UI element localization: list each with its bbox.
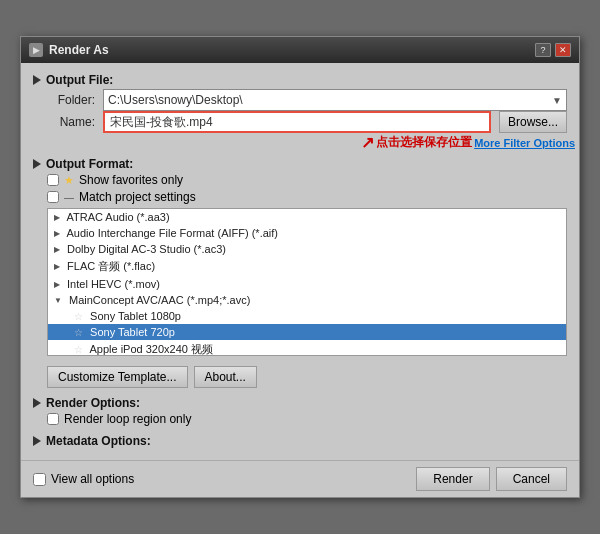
output-format-header: Output Format: — [33, 157, 567, 171]
folder-value: C:\Users\snowy\Desktop\ — [108, 93, 243, 107]
render-loop-label: Render loop region only — [64, 412, 191, 426]
about-button[interactable]: About... — [194, 366, 257, 388]
list-item[interactable]: ▼ MainConcept AVC/AAC (*.mp4;*.avc) — [48, 292, 566, 308]
cancel-button[interactable]: Cancel — [496, 467, 567, 491]
metadata-options-section: Metadata Options: — [33, 434, 567, 450]
close-button[interactable]: ✕ — [555, 43, 571, 57]
name-row: Name: Browse... ↗ 点击选择保存位置 More Filter O… — [47, 111, 567, 133]
render-options-section: Render Options: Render loop region only — [33, 396, 567, 426]
title-bar-left: ▶ Render As — [29, 43, 109, 57]
metadata-options-label: Metadata Options: — [46, 434, 151, 448]
bottom-bar: View all options Render Cancel — [21, 460, 579, 497]
star-icon: ☆ — [74, 344, 83, 355]
dropdown-arrow-icon: ▼ — [552, 95, 562, 106]
render-dialog: ▶ Render As ? ✕ Output File: Folder: C:\… — [20, 36, 580, 498]
help-button[interactable]: ? — [535, 43, 551, 57]
annotation-arrow-icon: ↗ — [361, 133, 374, 152]
view-all-checkbox[interactable] — [33, 473, 46, 486]
name-label: Name: — [47, 115, 95, 129]
render-loop-row: Render loop region only — [47, 412, 567, 426]
annotation-text: 点击选择保存位置 — [376, 134, 472, 151]
list-item[interactable]: ▶ ATRAC Audio (*.aa3) — [48, 209, 566, 225]
list-item-ipod-320[interactable]: ☆ Apple iPod 320x240 视频 — [48, 340, 566, 356]
star-icon: ☆ — [74, 311, 83, 322]
list-item[interactable]: ▶ FLAC 音频 (*.flac) — [48, 257, 566, 276]
more-filter-link[interactable]: More Filter Options — [474, 137, 575, 149]
match-project-checkbox[interactable] — [47, 191, 59, 203]
render-loop-checkbox[interactable] — [47, 413, 59, 425]
format-file-list[interactable]: ▶ ATRAC Audio (*.aa3) ▶ Audio Interchang… — [47, 208, 567, 356]
list-item[interactable]: ▶ Intel HEVC (*.mov) — [48, 276, 566, 292]
customize-template-button[interactable]: Customize Template... — [47, 366, 188, 388]
output-format-section: Output Format: ★ Show favorites only — M… — [33, 157, 567, 356]
output-file-header: Output File: — [33, 73, 567, 87]
list-action-buttons: Customize Template... About... — [47, 366, 567, 388]
format-options: ★ Show favorites only — Match project se… — [47, 173, 567, 204]
view-all-row: View all options — [33, 472, 134, 486]
output-file-label: Output File: — [46, 73, 113, 87]
list-item[interactable]: ▶ Audio Interchange File Format (AIFF) (… — [48, 225, 566, 241]
match-project-label: Match project settings — [79, 190, 196, 204]
app-icon: ▶ — [29, 43, 43, 57]
match-project-row: — Match project settings — [47, 190, 567, 204]
dash-icon: — — [64, 192, 74, 203]
list-item-sony-1080p[interactable]: ☆ Sony Tablet 1080p — [48, 308, 566, 324]
dialog-title: Render As — [49, 43, 109, 57]
render-options-triangle[interactable] — [33, 398, 41, 408]
folder-row: Folder: C:\Users\snowy\Desktop\ ▼ — [47, 89, 567, 111]
view-all-label: View all options — [51, 472, 134, 486]
name-input[interactable] — [103, 111, 491, 133]
list-item-sony-720p[interactable]: ☆ Sony Tablet 720p — [48, 324, 566, 340]
format-collapse-triangle[interactable] — [33, 159, 41, 169]
dialog-body: Output File: Folder: C:\Users\snowy\Desk… — [21, 63, 579, 460]
folder-dropdown[interactable]: C:\Users\snowy\Desktop\ ▼ — [103, 89, 567, 111]
output-format-label: Output Format: — [46, 157, 133, 171]
metadata-options-header: Metadata Options: — [33, 434, 567, 448]
folder-label: Folder: — [47, 93, 95, 107]
render-options-content: Render loop region only — [47, 412, 567, 426]
render-options-header: Render Options: — [33, 396, 567, 410]
render-button[interactable]: Render — [416, 467, 489, 491]
show-favorites-checkbox[interactable] — [47, 174, 59, 186]
star-icon: ★ — [64, 174, 74, 187]
browse-button[interactable]: Browse... — [499, 111, 567, 133]
file-list-items: ▶ ATRAC Audio (*.aa3) ▶ Audio Interchang… — [48, 209, 566, 356]
metadata-options-triangle[interactable] — [33, 436, 41, 446]
collapse-triangle[interactable] — [33, 75, 41, 85]
output-file-section: Output File: Folder: C:\Users\snowy\Desk… — [33, 73, 567, 133]
title-bar-buttons: ? ✕ — [535, 43, 571, 57]
title-bar: ▶ Render As ? ✕ — [21, 37, 579, 63]
bottom-action-buttons: Render Cancel — [416, 467, 567, 491]
annotation-container: ↗ 点击选择保存位置 More Filter Options — [361, 133, 575, 152]
show-favorites-row: ★ Show favorites only — [47, 173, 567, 187]
show-favorites-label: Show favorites only — [79, 173, 183, 187]
render-options-label: Render Options: — [46, 396, 140, 410]
list-item[interactable]: ▶ Dolby Digital AC-3 Studio (*.ac3) — [48, 241, 566, 257]
